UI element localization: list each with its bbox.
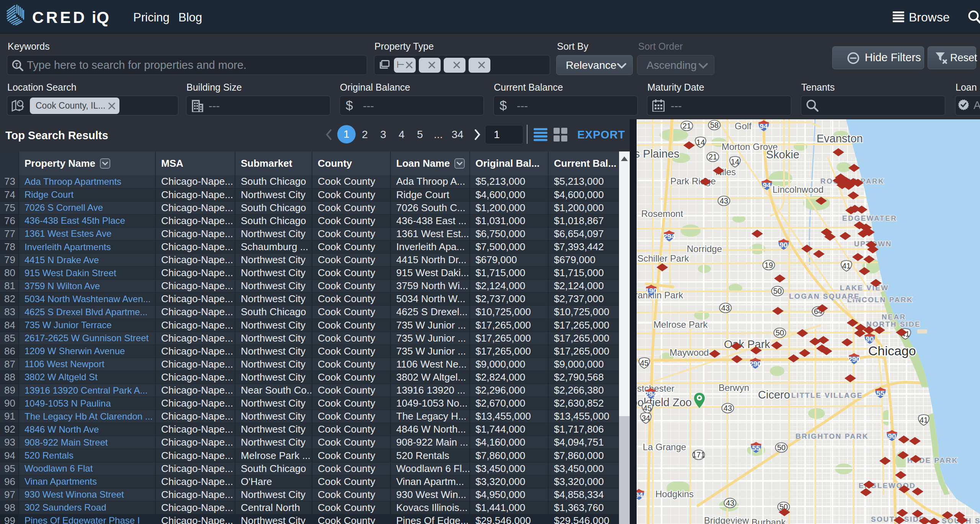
svg-text:55: 55 — [876, 389, 885, 397]
svg-text:Bridgeview: Bridgeview — [704, 515, 749, 524]
svg-text:290: 290 — [749, 360, 761, 368]
svg-text:Schiller Park: Schiller Park — [637, 253, 689, 264]
svg-text:94: 94 — [763, 181, 771, 189]
svg-text:s Plaines: s Plaines — [637, 148, 679, 160]
svg-text:34: 34 — [642, 414, 650, 422]
svg-text:294: 294 — [645, 390, 657, 398]
svg-text:21: 21 — [709, 153, 717, 161]
svg-text:Maywood: Maywood — [670, 347, 709, 358]
svg-text:290: 290 — [848, 355, 860, 363]
svg-text:294: 294 — [663, 233, 675, 241]
svg-text:NEAR: NEAR — [882, 313, 906, 321]
svg-text:T: T — [15, 62, 18, 68]
svg-text:BRIGHTON PARK: BRIGHTON PARK — [795, 432, 869, 440]
svg-text:14: 14 — [696, 138, 705, 146]
svg-text:50: 50 — [773, 287, 782, 295]
svg-text:Cicero: Cicero — [758, 389, 790, 401]
svg-text:19: 19 — [764, 261, 773, 269]
svg-text:90: 90 — [866, 335, 874, 343]
svg-text:Chicago: Chicago — [868, 343, 916, 358]
svg-text:Berwyn: Berwyn — [719, 382, 749, 393]
svg-text:Golf: Golf — [735, 121, 751, 131]
svg-text:94: 94 — [637, 491, 643, 499]
svg-text:LITTLE VILLAGE: LITTLE VILLAGE — [791, 391, 863, 399]
svg-text:45: 45 — [643, 404, 652, 412]
svg-text:43: 43 — [720, 197, 728, 205]
svg-text:45: 45 — [640, 359, 648, 367]
svg-text:90: 90 — [779, 241, 787, 249]
svg-text:LOGAN SQUARE: LOGAN SQUARE — [789, 292, 860, 300]
svg-text:Hodgkins: Hodgkins — [655, 489, 694, 499]
svg-text:43: 43 — [726, 499, 734, 507]
svg-text:50: 50 — [776, 329, 784, 337]
svg-text:Norridge: Norridge — [687, 244, 722, 254]
svg-text:La Grange: La Grange — [643, 442, 686, 452]
svg-text:43: 43 — [724, 404, 732, 412]
svg-text:Melrose Park: Melrose Park — [653, 319, 708, 330]
svg-text:Skokie: Skokie — [766, 148, 799, 161]
svg-text:90: 90 — [888, 432, 896, 440]
svg-text:21: 21 — [683, 122, 691, 130]
svg-text:Burbank: Burbank — [751, 517, 786, 524]
svg-text:Lincolnwood: Lincolnwood — [773, 184, 823, 195]
svg-text:NORTH SIDE: NORTH SIDE — [866, 320, 921, 328]
svg-text:Oak Park: Oak Park — [724, 338, 770, 350]
svg-text:Evanston: Evanston — [817, 132, 863, 145]
svg-text:LAKE VIEW: LAKE VIEW — [840, 284, 889, 292]
svg-text:50: 50 — [777, 443, 786, 452]
svg-text:41: 41 — [842, 262, 851, 270]
svg-text:55: 55 — [752, 444, 760, 452]
svg-text:41: 41 — [920, 416, 928, 424]
svg-text:43: 43 — [721, 304, 730, 312]
svg-text:94: 94 — [760, 122, 768, 130]
svg-text:171: 171 — [692, 451, 705, 459]
svg-text:190: 190 — [645, 287, 657, 295]
svg-text:Franklin Park: Franklin Park — [637, 290, 683, 300]
svg-text:Rosemont: Rosemont — [641, 208, 683, 219]
svg-text:EDGEWATER: EDGEWATER — [842, 214, 897, 222]
svg-text:14: 14 — [731, 158, 739, 166]
svg-text:58: 58 — [710, 121, 719, 129]
